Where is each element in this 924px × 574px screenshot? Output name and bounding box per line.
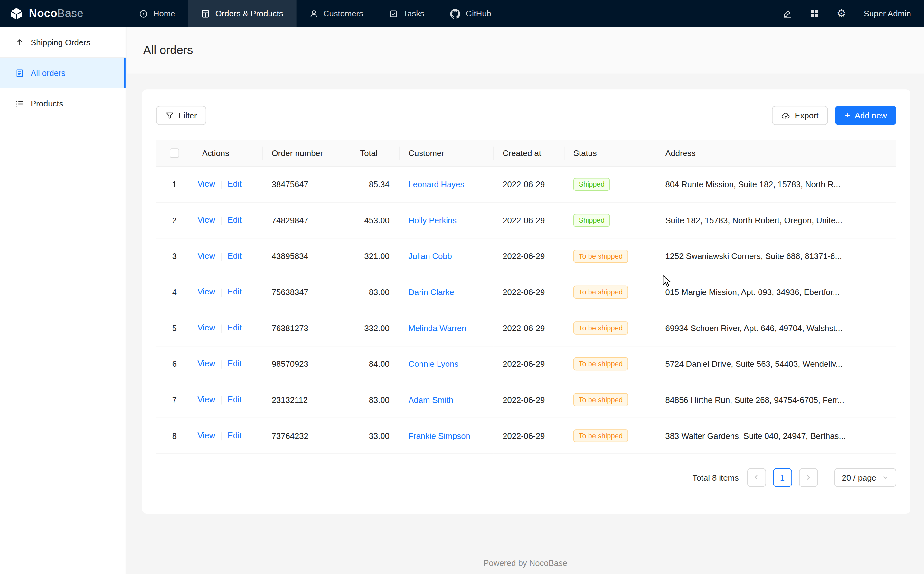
customer-link[interactable]: Holly Perkins: [408, 215, 456, 225]
nav-item-customers[interactable]: Customers: [296, 0, 376, 27]
customer-link[interactable]: Frankie Simpson: [408, 431, 470, 440]
cell-actions: ViewEdit: [193, 382, 262, 418]
add-new-button-label: Add new: [855, 111, 887, 120]
customer-link[interactable]: Julian Cobb: [408, 251, 452, 261]
edit-link[interactable]: Edit: [227, 287, 242, 296]
arrow-up-icon: [16, 38, 24, 46]
cell-actions: ViewEdit: [193, 202, 262, 238]
pagination: Total 8 items 1 20 / page: [156, 468, 896, 487]
customer-link[interactable]: Melinda Warren: [408, 323, 466, 333]
header-actions: Actions: [193, 140, 262, 166]
cell-customer: Adam Smith: [399, 382, 493, 418]
table-row: 2ViewEdit74829847453.00Holly Perkins2022…: [156, 202, 896, 238]
status-badge: To be shipped: [573, 393, 628, 406]
cell-customer: Holly Perkins: [399, 202, 493, 238]
edit-link[interactable]: Edit: [227, 359, 242, 368]
add-new-button[interactable]: + Add new: [835, 106, 896, 125]
customer-link[interactable]: Leonard Hayes: [408, 179, 464, 189]
cell-row-index[interactable]: 8: [156, 418, 193, 454]
user-menu[interactable]: Super Admin: [864, 9, 911, 18]
table-row: 5ViewEdit76381273332.00Melinda Warren202…: [156, 310, 896, 346]
edit-link[interactable]: Edit: [227, 251, 242, 260]
view-link[interactable]: View: [197, 395, 215, 404]
table-header-row: Actions Order number Total Customer Crea…: [156, 140, 896, 166]
header-created-at: Created at: [493, 140, 564, 166]
cell-order-number: 38475647: [262, 166, 351, 202]
cell-status: To be shipped: [564, 345, 656, 382]
brand[interactable]: NocoBase: [0, 0, 126, 27]
sidebar-item-products[interactable]: Products: [0, 88, 126, 119]
page-1-button[interactable]: 1: [773, 468, 792, 487]
nav-item-orders-products[interactable]: Orders & Products: [188, 0, 296, 27]
brand-name: NocoBase: [29, 7, 84, 20]
action-divider: [221, 360, 222, 369]
settings-gear-icon[interactable]: ⚙: [837, 8, 847, 19]
view-link[interactable]: View: [197, 323, 215, 333]
cell-row-index[interactable]: 1: [156, 166, 193, 202]
prev-page-button[interactable]: [747, 468, 766, 487]
table-row: 7ViewEdit2313211283.00Adam Smith2022-06-…: [156, 382, 896, 418]
cell-order-number: 43895834: [262, 238, 351, 274]
cell-created-at: 2022-06-29: [493, 310, 564, 346]
navbar-tools: ⚙ Super Admin: [782, 0, 924, 27]
sidebar-item-shipping-orders[interactable]: Shipping Orders: [0, 27, 126, 58]
plugins-grid-icon[interactable]: [809, 9, 819, 18]
edit-link[interactable]: Edit: [227, 395, 242, 404]
customer-link[interactable]: Adam Smith: [408, 395, 453, 404]
customer-link[interactable]: Darin Clarke: [408, 287, 454, 296]
cell-total: 332.00: [351, 310, 399, 346]
cell-row-index[interactable]: 3: [156, 238, 193, 274]
next-page-button[interactable]: [799, 468, 818, 487]
export-button[interactable]: Export: [772, 106, 828, 125]
edit-link[interactable]: Edit: [227, 179, 242, 189]
cell-status: To be shipped: [564, 310, 656, 346]
cell-actions: ViewEdit: [193, 418, 262, 454]
cell-total: 33.00: [351, 418, 399, 454]
sidebar-item-all-orders[interactable]: All orders: [0, 58, 126, 88]
cell-created-at: 2022-06-29: [493, 382, 564, 418]
cell-row-index[interactable]: 7: [156, 382, 193, 418]
nav-item-github[interactable]: GitHub: [437, 0, 504, 27]
cell-order-number: 74829847: [262, 202, 351, 238]
action-divider: [221, 216, 222, 225]
github-icon: [450, 9, 460, 19]
view-link[interactable]: View: [197, 251, 215, 260]
cell-total: 453.00: [351, 202, 399, 238]
view-link[interactable]: View: [197, 431, 215, 440]
orders-card: Filter Export + Add new: [142, 90, 910, 514]
filter-button[interactable]: Filter: [156, 106, 206, 125]
edit-link[interactable]: Edit: [227, 215, 242, 225]
status-badge: Shipped: [573, 214, 610, 227]
view-link[interactable]: View: [197, 359, 215, 368]
nav-item-home[interactable]: Home: [126, 0, 188, 27]
cell-row-index[interactable]: 5: [156, 310, 193, 346]
chevron-down-icon: [882, 474, 889, 480]
table-row: 8ViewEdit7376423233.00Frankie Simpson202…: [156, 418, 896, 454]
cell-customer: Melinda Warren: [399, 310, 493, 346]
page-size-select[interactable]: 20 / page: [834, 468, 896, 487]
app-root: NocoBase Home Orders & Products Customer…: [0, 0, 924, 574]
customer-link[interactable]: Connie Lyons: [408, 359, 458, 368]
nav-item-tasks[interactable]: Tasks: [376, 0, 437, 27]
edit-link[interactable]: Edit: [227, 323, 242, 333]
nav-item-label: Orders & Products: [215, 9, 283, 18]
view-link[interactable]: View: [197, 287, 215, 296]
select-all-checkbox[interactable]: [170, 149, 179, 158]
cell-actions: ViewEdit: [193, 345, 262, 382]
footer-text: Powered by NocoBase: [127, 558, 924, 568]
view-link[interactable]: View: [197, 215, 215, 225]
main-content: Filter Export + Add new: [127, 74, 924, 574]
cell-row-index[interactable]: 2: [156, 202, 193, 238]
cell-order-number: 98570923: [262, 345, 351, 382]
cell-order-number: 73764232: [262, 418, 351, 454]
filter-icon: [166, 111, 174, 120]
table-toolbar: Filter Export + Add new: [156, 106, 896, 125]
edit-link[interactable]: Edit: [227, 431, 242, 440]
header-address: Address: [656, 140, 896, 166]
cell-row-index[interactable]: 6: [156, 345, 193, 382]
cell-row-index[interactable]: 4: [156, 274, 193, 310]
table-row: 3ViewEdit43895834321.00Julian Cobb2022-0…: [156, 238, 896, 274]
highlighter-icon[interactable]: [782, 9, 792, 18]
export-button-label: Export: [795, 111, 819, 120]
view-link[interactable]: View: [197, 179, 215, 189]
